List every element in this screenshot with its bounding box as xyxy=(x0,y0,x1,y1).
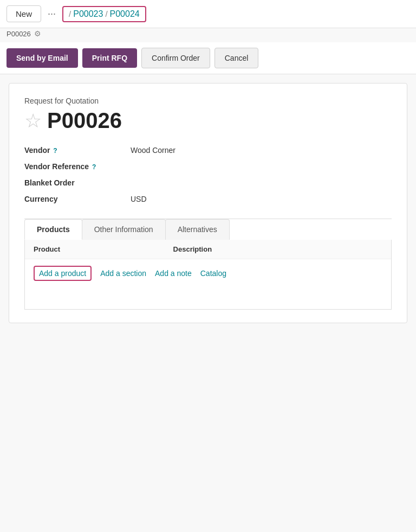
tab-alternatives[interactable]: Alternatives xyxy=(165,219,230,240)
record-title-row: ☆ P00026 xyxy=(24,108,392,133)
add-row: Add a product Add a section Add a note C… xyxy=(25,259,391,287)
gear-icon[interactable]: ⚙ xyxy=(34,29,41,38)
add-note-link[interactable]: Add a note xyxy=(155,269,192,278)
form-fields: Vendor ? Wood Corner Vendor Reference ? … xyxy=(24,146,392,203)
send-email-button[interactable]: Send by Email xyxy=(6,48,78,68)
add-section-link[interactable]: Add a section xyxy=(100,269,146,278)
tab-other-information[interactable]: Other Information xyxy=(82,219,166,240)
cancel-button[interactable]: Cancel xyxy=(214,48,259,68)
top-nav: New ··· / P00023 / P00024 xyxy=(0,0,416,28)
currency-row: Currency USD xyxy=(24,195,392,203)
tab-content-products: Product Description Add a product Add a … xyxy=(24,240,392,310)
currency-value[interactable]: USD xyxy=(131,195,147,203)
tabs-header: Products Other Information Alternatives xyxy=(24,219,392,240)
currency-label: Currency xyxy=(24,195,122,203)
add-product-link[interactable]: Add a product xyxy=(34,266,92,281)
catalog-link[interactable]: Catalog xyxy=(200,269,226,278)
print-rfq-button[interactable]: Print RFQ xyxy=(82,48,137,68)
vendor-value[interactable]: Wood Corner xyxy=(131,146,176,155)
col-description-header: Description xyxy=(173,245,382,253)
vendor-help-icon[interactable]: ? xyxy=(53,147,57,155)
confirm-order-button[interactable]: Confirm Order xyxy=(141,48,210,68)
main-card: Request for Quotation ☆ P00026 Vendor ? … xyxy=(9,83,407,323)
col-product-header: Product xyxy=(34,245,173,253)
vendor-ref-row: Vendor Reference ? xyxy=(24,162,392,171)
breadcrumb-link-p00023[interactable]: P00023 xyxy=(73,9,103,19)
tabs-container: Products Other Information Alternatives … xyxy=(24,219,392,310)
table-header: Product Description xyxy=(25,240,391,259)
breadcrumb-sep1: / xyxy=(69,9,71,18)
vendor-label: Vendor ? xyxy=(24,146,122,155)
favorite-star-icon[interactable]: ☆ xyxy=(24,111,42,131)
current-record-label: P00026 xyxy=(6,30,31,38)
new-button[interactable]: New xyxy=(6,5,41,22)
breadcrumb-sep2: / xyxy=(105,9,107,18)
more-options-button[interactable]: ··· xyxy=(46,8,58,20)
vendor-ref-help-icon[interactable]: ? xyxy=(92,163,96,171)
vendor-ref-label: Vendor Reference ? xyxy=(24,162,122,171)
current-record-row: P00026 ⚙ xyxy=(0,28,416,42)
vendor-row: Vendor ? Wood Corner xyxy=(24,146,392,155)
tab-products[interactable]: Products xyxy=(24,219,82,240)
breadcrumb-link-p00024[interactable]: P00024 xyxy=(110,9,140,19)
record-title: P00026 xyxy=(47,108,122,133)
record-type-label: Request for Quotation xyxy=(24,97,392,105)
breadcrumb: / P00023 / P00024 xyxy=(62,6,146,22)
blanket-order-label: Blanket Order xyxy=(24,178,122,187)
tab-empty-space xyxy=(25,287,391,309)
blanket-order-row: Blanket Order xyxy=(24,178,392,187)
action-bar: Send by Email Print RFQ Confirm Order Ca… xyxy=(0,42,416,74)
